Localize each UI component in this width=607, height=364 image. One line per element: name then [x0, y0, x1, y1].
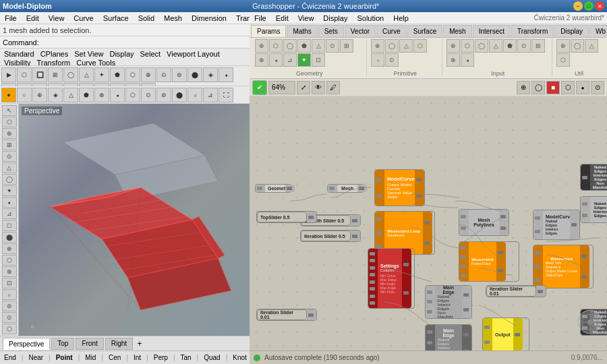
menu-dimension[interactable]: Dimension — [190, 14, 229, 22]
tb-snap-7[interactable]: ⊗ — [94, 88, 109, 102]
tb-snap-9[interactable]: ⬡ — [125, 88, 140, 102]
menu-surface[interactable]: Surface — [101, 14, 131, 22]
gh-tab-wb[interactable]: Wb — [589, 25, 607, 37]
snap-tan[interactable]: Tan — [179, 354, 192, 361]
gh-input-6[interactable]: ⊙ — [517, 39, 531, 53]
tb-label-setview[interactable]: Set View — [71, 50, 106, 58]
gh-canvas[interactable]: Geometry Mesh Smooth Slider 0.5 Iteratio… — [250, 96, 607, 351]
tb-btn-2[interactable]: ⬡ — [17, 67, 32, 82]
menu-curve[interactable]: Curve — [71, 14, 95, 22]
gh-node-geom-src[interactable]: Geometry — [255, 184, 292, 193]
snap-point[interactable]: Point — [55, 354, 74, 361]
tb-snap-13[interactable]: ⬦ — [187, 88, 202, 102]
gh-tab-curve[interactable]: Curve — [376, 25, 407, 37]
gh-icon-6[interactable]: ⊙ — [326, 39, 339, 53]
gh-menu-edit[interactable]: Edit — [274, 14, 291, 22]
left-tb-11[interactable]: ◻ — [2, 220, 17, 231]
left-tb-5[interactable]: ⊙ — [2, 151, 17, 162]
viewport-label[interactable]: Perspective — [22, 107, 62, 115]
gh-icon-1[interactable]: ⊕ — [255, 39, 268, 53]
viewport-tab-add[interactable]: + — [134, 338, 145, 349]
gh-tab-surface[interactable]: Surface — [407, 25, 442, 37]
gh-btn-green[interactable]: ✔ — [252, 80, 267, 95]
tb-snap-14[interactable]: ⊿ — [203, 88, 218, 102]
gh-btn-settings5[interactable]: ⊙ — [591, 81, 604, 94]
left-tb-4[interactable]: ⊞ — [2, 140, 17, 150]
menu-file[interactable]: File — [3, 14, 19, 22]
left-tb-12[interactable]: ⬤ — [2, 232, 17, 243]
menu-solid[interactable]: Solid — [136, 14, 156, 22]
tb-btn-9[interactable]: ⬡ — [125, 67, 140, 82]
gh-tab-display[interactable]: Display — [554, 25, 589, 37]
gh-node-mesh-polylines[interactable]: Mesh Polylines — [459, 209, 509, 236]
gh-btn-settings3[interactable]: ⬡ — [561, 81, 575, 94]
gh-node-model-curves[interactable]: ModelCurves Output Model Curves Second V… — [374, 169, 425, 206]
left-tb-3[interactable]: ⊕ — [2, 128, 17, 139]
left-tb-14[interactable]: ⬡ — [2, 255, 17, 266]
gh-icon-5[interactable]: △ — [312, 39, 325, 53]
tb-snap-11[interactable]: ⊜ — [156, 88, 171, 102]
tb-snap-3[interactable]: ⊕ — [32, 88, 47, 102]
tb-btn-14[interactable]: ◈ — [203, 67, 218, 82]
gh-btn-settings4[interactable]: ⬥ — [576, 81, 589, 94]
rhino-command-bar[interactable]: Command: — [0, 36, 250, 49]
gh-icon-4[interactable]: ⬟ — [297, 39, 311, 53]
gh-zoom-display[interactable]: 64% — [268, 81, 295, 94]
tb-snap-1[interactable]: ● — [1, 88, 16, 102]
tb-btn-13[interactable]: ⬤ — [187, 67, 202, 82]
gh-node-slider-smooth[interactable]: Iteration Slider 0.5 — [300, 230, 361, 242]
gh-node-far-right-gray[interactable]: Naked EdgesInterior Edges — [580, 196, 607, 223]
gh-icon-9[interactable]: ⬥ — [269, 53, 283, 67]
gh-menu-view[interactable]: View — [296, 14, 316, 22]
snap-quad[interactable]: Quad — [202, 354, 221, 361]
tb-label-select[interactable]: Select — [138, 50, 164, 58]
gh-node-settings-col[interactable]: Settings Column Min CurveMax SetupMin An… — [368, 248, 415, 309]
gh-tab-intersect[interactable]: Intersect — [473, 25, 511, 37]
tb-snap-6[interactable]: ⬟ — [79, 88, 94, 102]
left-tb-16[interactable]: ⊡ — [2, 278, 17, 289]
left-tb-9[interactable]: ⬥ — [2, 197, 17, 208]
left-tb-2[interactable]: ⬡ — [2, 117, 17, 127]
gh-icon-8[interactable]: ⊗ — [255, 53, 268, 67]
gh-node-yellow[interactable]: Output — [482, 317, 529, 351]
gh-icon-10[interactable]: ⊿ — [283, 53, 297, 67]
tb-btn-6[interactable]: △ — [79, 67, 94, 82]
gh-node-iter-right[interactable]: Iteration Slider 0.01 — [486, 285, 546, 297]
gh-input-9[interactable]: ⬥ — [461, 53, 474, 67]
gh-menu-help[interactable]: Help — [391, 14, 411, 22]
tb-btn-15[interactable]: ⬥ — [219, 67, 233, 82]
viewport-container[interactable]: 0 Perspective — [19, 104, 250, 336]
gh-prim-1[interactable]: ⊕ — [371, 39, 384, 53]
gh-tab-params[interactable]: Params — [251, 25, 286, 37]
left-tb-15[interactable]: ⊕ — [2, 266, 17, 277]
gh-icon-2[interactable]: ⬡ — [269, 39, 283, 53]
gh-prim-4[interactable]: ⬡ — [413, 39, 427, 53]
gh-btn-eye[interactable]: 👁 — [312, 81, 325, 94]
gh-input-1[interactable]: ⊕ — [446, 39, 460, 53]
tb-snap-4[interactable]: ◈ — [48, 88, 63, 102]
gh-icon-active[interactable]: ✦ — [297, 53, 311, 67]
tb-snap-12[interactable]: ⬤ — [172, 88, 187, 102]
snap-near[interactable]: Near — [27, 354, 45, 361]
snap-mid[interactable]: Mid — [84, 354, 97, 361]
gh-btn-red[interactable]: ■ — [546, 81, 560, 94]
gh-tab-vector[interactable]: Vector — [345, 25, 376, 37]
left-tb-7[interactable]: ◯ — [2, 174, 17, 185]
left-tb-8[interactable]: ✦ — [2, 185, 17, 196]
tb-btn-11[interactable]: ⊙ — [156, 67, 171, 82]
tb-btn-5[interactable]: ◯ — [63, 67, 78, 82]
gh-input-2[interactable]: ⬡ — [461, 39, 474, 53]
gh-node-iter-slider2[interactable]: Iteration Slider 0.01 — [256, 309, 317, 321]
left-tb-19[interactable]: ⊙ — [2, 312, 17, 323]
gh-btn-fullscreen[interactable]: ⤢ — [297, 81, 310, 94]
gh-input-7[interactable]: ⊞ — [531, 39, 545, 53]
left-tb-6[interactable]: △ — [2, 162, 17, 173]
gh-prim-3[interactable]: △ — [399, 39, 413, 53]
gh-input-8[interactable]: ⊗ — [446, 53, 460, 67]
tb-label-viewlayout[interactable]: Viewport Layout — [164, 50, 223, 58]
tb-snap-2[interactable]: ○ — [17, 88, 32, 102]
gh-close-button[interactable]: ✕ — [595, 1, 604, 11]
viewport-tab-front[interactable]: Front — [76, 338, 103, 350]
snap-int[interactable]: Int — [132, 354, 142, 361]
tb-btn-4[interactable]: ⊞ — [48, 67, 63, 82]
